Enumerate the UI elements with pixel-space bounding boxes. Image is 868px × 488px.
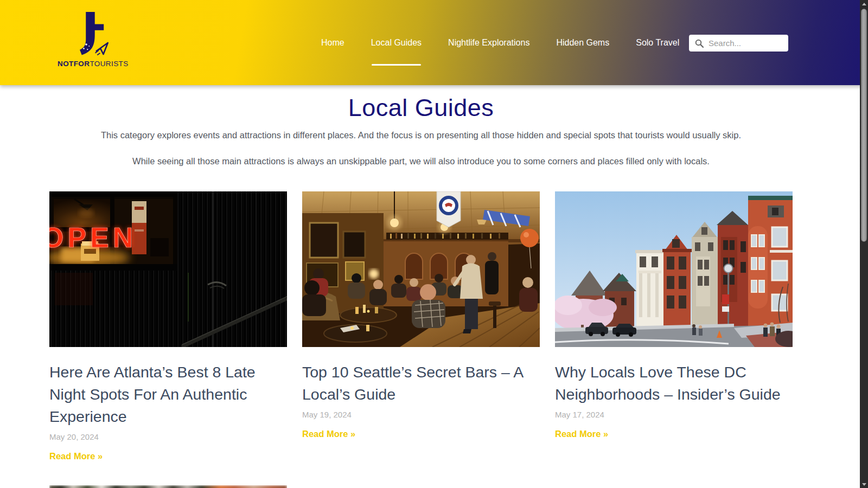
search-icon (695, 39, 704, 48)
category-description-line2: While seeing all those main attractions … (49, 156, 793, 167)
scrollbar-up-arrow[interactable] (860, 0, 868, 8)
logo-arrow-icon (95, 43, 108, 55)
nav-item-local-guides[interactable]: Local Guides (371, 38, 422, 48)
page: NOTFORTOURISTS Home Local Guides Nightli… (0, 0, 868, 488)
main-content: Local Guides This category explores even… (0, 85, 842, 488)
read-more-link[interactable]: Read More » (302, 429, 355, 439)
neon-open-text: OPEN (49, 222, 137, 253)
neon-open-sign-image: OPEN OPEN (49, 191, 287, 347)
page-title: Local Guides (0, 94, 842, 122)
post-title[interactable]: Why Locals Love These DC Neighborhoods –… (555, 361, 793, 406)
site-logo[interactable]: NOTFORTOURISTS (58, 12, 128, 68)
nav-item-hidden-gems[interactable]: Hidden Gems (556, 38, 609, 48)
post-title[interactable]: Here Are Atlanta’s Best 8 Late Night Spo… (49, 361, 287, 428)
search-box (689, 35, 788, 52)
partial-image (49, 485, 287, 488)
post-column-3: Why Locals Love These DC Neighborhoods –… (555, 191, 793, 439)
logo-wordmark: NOTFORTOURISTS (58, 60, 128, 68)
post-thumbnail-atlanta-neon-open-sign[interactable]: OPEN OPEN (49, 191, 287, 347)
post-column-1: OPEN OPEN (49, 191, 287, 488)
main-nav: Home Local Guides Nightlife Explorations… (321, 0, 679, 85)
post-thumbnail-dc-rowhouses[interactable] (555, 191, 793, 347)
post-date: May 17, 2024 (555, 410, 793, 419)
read-more-link[interactable]: Read More » (555, 429, 608, 439)
nav-item-nightlife-explorations[interactable]: Nightlife Explorations (448, 38, 529, 48)
post-thumbnail-next-partial[interactable] (49, 485, 287, 488)
scrollbar[interactable] (860, 0, 868, 488)
category-description-line1: This category explores events and attrac… (49, 130, 793, 141)
scrollbar-down-arrow[interactable] (860, 480, 868, 488)
crowded-pub-image (302, 191, 540, 347)
nav-item-home[interactable]: Home (321, 38, 344, 48)
post-date: May 20, 2024 (49, 432, 287, 441)
search-input[interactable] (707, 38, 784, 48)
post-grid: OPEN OPEN (49, 191, 842, 488)
post-title[interactable]: Top 10 Seattle’s Secret Bars – A Local’s… (302, 361, 540, 406)
post-card-seattle: Top 10 Seattle’s Secret Bars – A Local’s… (302, 191, 540, 439)
post-card-atlanta: OPEN OPEN (49, 191, 287, 461)
nav-item-solo-travel[interactable]: Solo Travel (636, 38, 679, 48)
post-card-dc: Why Locals Love These DC Neighborhoods –… (555, 191, 793, 439)
read-more-link[interactable]: Read More » (49, 451, 103, 461)
post-date: May 19, 2024 (302, 410, 540, 419)
logo-t-icon (58, 12, 128, 57)
post-thumbnail-seattle-pub[interactable] (302, 191, 540, 347)
dc-street-image (555, 191, 793, 347)
scrollbar-thumb[interactable] (861, 9, 867, 242)
site-header: NOTFORTOURISTS Home Local Guides Nightli… (0, 0, 868, 85)
post-column-2: Top 10 Seattle’s Secret Bars – A Local’s… (302, 191, 540, 439)
